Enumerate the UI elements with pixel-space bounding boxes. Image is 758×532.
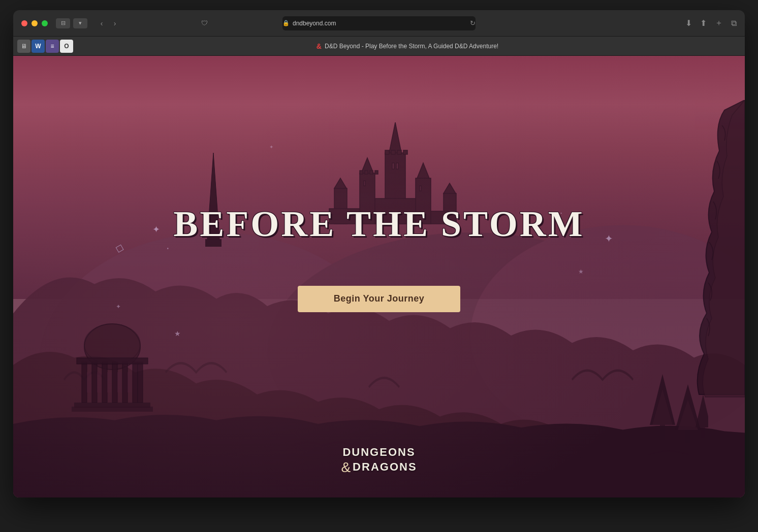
share-icon[interactable]: ⬆ [700, 18, 707, 28]
back-button[interactable]: ‹ [96, 17, 108, 29]
tab-overview-icon[interactable]: ⧉ [731, 19, 737, 28]
svg-rect-33 [92, 362, 97, 403]
svg-rect-49 [660, 425, 665, 440]
lock-icon: 🔒 [282, 20, 290, 26]
trees-svg [647, 374, 708, 476]
maximize-button[interactable] [42, 20, 48, 26]
tab-title: & D&D Beyond - Play Before the Storm, A … [74, 42, 741, 50]
begin-journey-button[interactable]: Begin Your Journey [298, 286, 460, 312]
dnd-tab-icon: & [317, 42, 322, 50]
temple-svg [72, 316, 153, 418]
tab-favicon-word[interactable]: W [31, 40, 45, 53]
svg-rect-26 [370, 171, 373, 174]
refresh-icon[interactable]: ↻ [470, 19, 476, 27]
tabbar: 🖥 W ≡ O & D&D Beyond - Play Before the S… [13, 37, 745, 56]
sidebar-toggle-button[interactable]: ⊟ [56, 18, 70, 28]
svg-rect-18 [364, 181, 365, 186]
page-title: BEFORE THE STORM [173, 203, 585, 245]
tab-title-text: D&D Beyond - Play Before the Storm, A Gu… [325, 43, 498, 50]
svg-rect-41 [72, 407, 153, 412]
svg-rect-20 [385, 150, 389, 154]
svg-rect-52 [685, 430, 690, 443]
new-tab-icon[interactable]: ＋ [715, 18, 723, 28]
download-icon[interactable]: ⬇ [685, 18, 692, 28]
shield-icon: 🛡 [201, 19, 208, 27]
svg-rect-16 [392, 163, 394, 169]
svg-rect-17 [396, 163, 398, 169]
svg-rect-36 [122, 362, 128, 403]
tab-favicon-1[interactable]: 🖥 [17, 40, 30, 53]
nav-arrows: ‹ › [96, 17, 121, 29]
close-button[interactable] [21, 20, 27, 26]
svg-rect-39 [77, 358, 148, 364]
svg-marker-4 [389, 122, 401, 153]
sparkle-3: ★ [174, 329, 181, 338]
svg-rect-46 [128, 372, 132, 392]
svg-rect-43 [97, 372, 101, 392]
svg-marker-53 [696, 394, 708, 427]
svg-marker-10 [334, 178, 346, 188]
window-mode-button[interactable]: ▾ [73, 18, 87, 28]
svg-rect-25 [365, 171, 368, 174]
svg-marker-12 [444, 183, 456, 193]
dnd-logo: DUNGEONS & DRAGONS [341, 446, 417, 475]
svg-rect-24 [360, 171, 363, 174]
svg-rect-21 [391, 150, 395, 154]
svg-rect-42 [87, 372, 91, 392]
svg-rect-45 [117, 372, 121, 392]
cliff-svg [633, 100, 745, 405]
svg-rect-54 [701, 427, 705, 438]
svg-rect-19 [420, 186, 421, 191]
browser-window: ⊟ ▾ ‹ › 🛡 🔒 dndbeyond.com ↻ ⬇ ⬆ ＋ ⧉ 🖥 W … [13, 10, 745, 497]
svg-rect-23 [403, 150, 407, 154]
dnd-logo-text-dungeons: DUNGEONS [341, 446, 417, 459]
svg-marker-8 [417, 163, 429, 178]
toolbar-icons: ⬇ ⬆ ＋ ⧉ [685, 18, 737, 28]
svg-rect-27 [375, 171, 378, 174]
url-text[interactable]: dndbeyond.com [293, 20, 336, 27]
sparkle-8: ✦ [269, 144, 273, 150]
svg-rect-38 [138, 362, 143, 403]
main-content: ✦ • ★ ✦ ✦ ★ • ✦ ◇ BEFORE THE STORM Begin… [13, 56, 745, 497]
svg-rect-22 [397, 150, 401, 154]
svg-rect-34 [102, 362, 107, 403]
sparkle-4: ✦ [116, 303, 121, 310]
tab-favicon-notion[interactable]: ≡ [46, 40, 59, 53]
svg-rect-44 [107, 372, 111, 392]
traffic-lights [21, 20, 48, 26]
address-bar[interactable]: 🔒 dndbeyond.com ↻ [282, 16, 476, 30]
titlebar: ⊟ ▾ ‹ › 🛡 🔒 dndbeyond.com ↻ ⬇ ⬆ ＋ ⧉ [13, 10, 745, 37]
svg-rect-35 [112, 362, 117, 403]
sparkle-2: • [167, 246, 169, 251]
forward-button[interactable]: › [109, 17, 121, 29]
svg-rect-37 [133, 362, 138, 403]
sparkle-1: ✦ [152, 224, 160, 235]
window-controls: ⊟ ▾ [56, 18, 87, 28]
tab-favicon-o[interactable]: O [60, 40, 73, 53]
dnd-logo-text-dragons: DRAGONS [353, 460, 417, 474]
minimize-button[interactable] [31, 20, 38, 26]
address-bar-container: 🔒 dndbeyond.com ↻ [282, 16, 476, 30]
svg-rect-32 [82, 362, 87, 403]
dnd-logo-ampersand: & [341, 459, 351, 476]
sparkle-6: ★ [578, 268, 584, 275]
sparkle-5: ✦ [605, 232, 613, 245]
